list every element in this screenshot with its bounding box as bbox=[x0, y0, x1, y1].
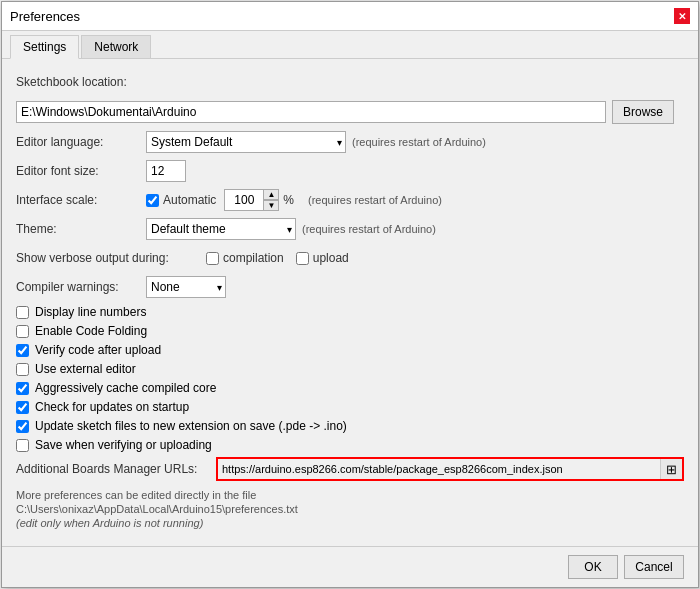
theme-select[interactable]: Default theme bbox=[146, 218, 296, 240]
footer-more-text: More preferences can be edited directly … bbox=[16, 489, 684, 501]
checkbox-label-cb7: Update sketch files to new extension on … bbox=[35, 419, 347, 433]
verbose-label: Show verbose output during: bbox=[16, 251, 206, 265]
checkbox-row-cb6: Check for updates on startup bbox=[16, 400, 684, 414]
theme-select-wrapper: Default theme bbox=[146, 218, 296, 240]
footer-path: C:\Users\onixaz\AppData\Local\Arduino15\… bbox=[16, 503, 684, 515]
interface-scale-auto-checkbox[interactable] bbox=[146, 194, 159, 207]
editor-font-size-input[interactable] bbox=[146, 160, 186, 182]
checkbox-cb3[interactable] bbox=[16, 344, 29, 357]
sketchbook-row: Sketchbook location: bbox=[16, 71, 684, 93]
checkbox-row-cb2: Enable Code Folding bbox=[16, 324, 684, 338]
verbose-upload-label: upload bbox=[313, 251, 349, 265]
preferences-dialog: Preferences ✕ Settings Network Sketchboo… bbox=[1, 1, 699, 588]
checkbox-label-cb6: Check for updates on startup bbox=[35, 400, 189, 414]
checkbox-label-cb2: Enable Code Folding bbox=[35, 324, 147, 338]
verbose-compilation-checkbox[interactable] bbox=[206, 252, 219, 265]
theme-note: (requires restart of Arduino) bbox=[302, 223, 436, 235]
sketchbook-input-row: Browse bbox=[16, 100, 684, 124]
checkbox-cb4[interactable] bbox=[16, 363, 29, 376]
sketchbook-input[interactable] bbox=[16, 101, 606, 123]
interface-scale-label: Interface scale: bbox=[16, 193, 146, 207]
verbose-row: Show verbose output during: compilation … bbox=[16, 247, 684, 269]
checkbox-cb1[interactable] bbox=[16, 306, 29, 319]
footer-edit-note: (edit only when Arduino is not running) bbox=[16, 517, 684, 529]
theme-row: Theme: Default theme (requires restart o… bbox=[16, 218, 684, 240]
tab-settings[interactable]: Settings bbox=[10, 35, 79, 59]
tabs-bar: Settings Network bbox=[2, 31, 698, 59]
additional-boards-edit-btn[interactable]: ⊞ bbox=[660, 459, 682, 479]
additional-boards-url-input[interactable] bbox=[218, 459, 660, 479]
checkbox-label-cb5: Aggressively cache compiled core bbox=[35, 381, 216, 395]
editor-language-row: Editor language: System Default English … bbox=[16, 131, 684, 153]
editor-font-size-row: Editor font size: bbox=[16, 160, 684, 182]
checkbox-row-cb7: Update sketch files to new extension on … bbox=[16, 419, 684, 433]
editor-language-select-wrapper: System Default English bbox=[146, 131, 346, 153]
additional-boards-row: Additional Boards Manager URLs: ⊞ bbox=[16, 457, 684, 481]
theme-label: Theme: bbox=[16, 222, 146, 236]
percent-symbol: % bbox=[283, 193, 294, 207]
editor-language-label: Editor language: bbox=[16, 135, 146, 149]
checkbox-label-cb4: Use external editor bbox=[35, 362, 136, 376]
dialog-title: Preferences bbox=[10, 9, 80, 24]
checkbox-row-cb5: Aggressively cache compiled core bbox=[16, 381, 684, 395]
verbose-compilation-label: compilation bbox=[223, 251, 284, 265]
checkbox-label-cb8: Save when verifying or uploading bbox=[35, 438, 212, 452]
ok-button[interactable]: OK bbox=[568, 555, 618, 579]
compiler-warnings-select[interactable]: None Default More All bbox=[146, 276, 226, 298]
url-input-wrapper: ⊞ bbox=[216, 457, 684, 481]
spinner-up-btn[interactable]: ▲ bbox=[263, 189, 279, 200]
title-bar: Preferences ✕ bbox=[2, 2, 698, 31]
compiler-warnings-select-wrapper: None Default More All bbox=[146, 276, 226, 298]
checkbox-row-cb3: Verify code after upload bbox=[16, 343, 684, 357]
checkbox-label-cb1: Display line numbers bbox=[35, 305, 146, 319]
editor-font-size-label: Editor font size: bbox=[16, 164, 146, 178]
interface-scale-row: Interface scale: Automatic ▲ ▼ % (requir… bbox=[16, 189, 684, 211]
checkbox-label-cb3: Verify code after upload bbox=[35, 343, 161, 357]
additional-boards-label: Additional Boards Manager URLs: bbox=[16, 462, 216, 476]
footer-section: More preferences can be edited directly … bbox=[16, 489, 684, 529]
compiler-warnings-row: Compiler warnings: None Default More All bbox=[16, 276, 684, 298]
interface-scale-note: (requires restart of Arduino) bbox=[308, 194, 442, 206]
spinner-down-btn[interactable]: ▼ bbox=[263, 200, 279, 211]
cancel-button[interactable]: Cancel bbox=[624, 555, 684, 579]
checkbox-cb5[interactable] bbox=[16, 382, 29, 395]
scale-spinner: ▲ ▼ bbox=[224, 189, 279, 211]
editor-language-note: (requires restart of Arduino) bbox=[352, 136, 486, 148]
bottom-bar: OK Cancel bbox=[2, 546, 698, 587]
verbose-upload-checkbox[interactable] bbox=[296, 252, 309, 265]
compiler-warnings-label: Compiler warnings: bbox=[16, 280, 146, 294]
interface-scale-auto-label: Automatic bbox=[163, 193, 216, 207]
tab-network[interactable]: Network bbox=[81, 35, 151, 58]
checkbox-row-cb4: Use external editor bbox=[16, 362, 684, 376]
checkboxes-container: Display line numbersEnable Code FoldingV… bbox=[16, 305, 684, 452]
spinner-buttons: ▲ ▼ bbox=[263, 189, 279, 211]
checkbox-cb7[interactable] bbox=[16, 420, 29, 433]
checkbox-cb8[interactable] bbox=[16, 439, 29, 452]
sketchbook-label: Sketchbook location: bbox=[16, 75, 127, 89]
checkbox-row-cb8: Save when verifying or uploading bbox=[16, 438, 684, 452]
checkbox-cb6[interactable] bbox=[16, 401, 29, 414]
scale-input[interactable] bbox=[224, 189, 264, 211]
checkbox-cb2[interactable] bbox=[16, 325, 29, 338]
browse-button[interactable]: Browse bbox=[612, 100, 674, 124]
settings-content: Sketchbook location: Browse Editor langu… bbox=[2, 59, 698, 546]
checkbox-row-cb1: Display line numbers bbox=[16, 305, 684, 319]
close-button[interactable]: ✕ bbox=[674, 8, 690, 24]
editor-language-select[interactable]: System Default English bbox=[146, 131, 346, 153]
